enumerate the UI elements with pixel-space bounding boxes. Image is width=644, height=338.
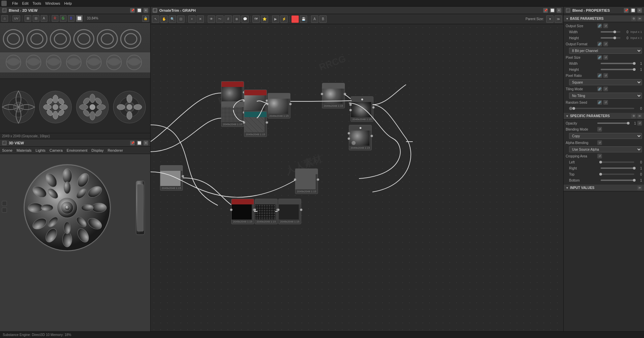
- node-11-input[interactable]: [230, 208, 233, 211]
- view-3d-menu-display[interactable]: Display: [91, 148, 104, 152]
- output-format-reset-btn[interactable]: ↺: [603, 42, 608, 46]
- view-2d-lock-btn[interactable]: 🔒: [142, 15, 149, 22]
- alpha-blending-reset-btn[interactable]: ↺: [597, 140, 602, 145]
- node-5-input[interactable]: [266, 103, 269, 105]
- toolbar-wire-btn[interactable]: 〜: [216, 15, 224, 23]
- node-5[interactable]: 2049x2048 1:15: [268, 93, 290, 118]
- node-12[interactable]: 2049x2048 1:15: [255, 199, 278, 224]
- view-3d-menu-renderer[interactable]: Renderer: [108, 148, 123, 152]
- pixel-ratio-reset-btn[interactable]: ↺: [603, 73, 608, 78]
- node-6[interactable]: 2049x2048 1:15: [322, 83, 345, 108]
- view-3d-menu-materials[interactable]: Materials: [16, 148, 32, 152]
- toolbar-frame-btn[interactable]: ⊡: [177, 15, 185, 23]
- pixel-width-slider[interactable]: [601, 63, 634, 64]
- toolbar-b-btn[interactable]: B: [319, 15, 327, 23]
- graph-canvas[interactable]: RRCG 人人素材 RRCG 2049x2048 1:15 2049x2048 …: [151, 24, 563, 338]
- pixel-ratio-link-btn[interactable]: 🔗: [597, 73, 602, 78]
- toolbar-play-btn[interactable]: ▶: [272, 15, 279, 23]
- view-3d-menu-lights[interactable]: Lights: [36, 148, 45, 152]
- tiling-mode-reset-btn[interactable]: ↺: [603, 87, 608, 91]
- toolbar-grid-btn[interactable]: #: [225, 15, 232, 23]
- menu-file[interactable]: File: [12, 1, 18, 5]
- view-3d-maximize-btn[interactable]: ⬜: [137, 141, 142, 145]
- view-3d-close-btn[interactable]: ✕: [144, 141, 148, 145]
- view-3d-content[interactable]: [0, 154, 150, 338]
- toolbar-extra-btn[interactable]: ≫: [555, 15, 562, 23]
- opacity-reset-btn[interactable]: ↺: [637, 121, 642, 126]
- toolbar-parent-size-btn[interactable]: ▾: [546, 15, 554, 23]
- node-9-input[interactable]: [294, 178, 296, 181]
- node-4-output[interactable]: [266, 121, 268, 124]
- specific-params-extra-btn[interactable]: ≫: [637, 114, 642, 118]
- pixel-size-reset-btn[interactable]: ↺: [603, 55, 608, 60]
- base-params-extra-btn[interactable]: ≫: [637, 16, 642, 21]
- view-3d-menu-scene[interactable]: Scene: [2, 148, 12, 152]
- output-height-slider[interactable]: [601, 37, 620, 39]
- node-9[interactable]: 2049x2048 1:15: [295, 168, 318, 194]
- node-3-input[interactable]: [243, 99, 245, 102]
- base-params-section-header[interactable]: ▼ BASE PARAMETERS ⚙ ≫: [564, 15, 644, 22]
- node-13[interactable]: 2049x2048 1:15: [278, 199, 301, 224]
- output-width-slider[interactable]: [601, 31, 620, 33]
- output-size-reset-btn[interactable]: ↺: [603, 23, 608, 28]
- properties-maximize-btn[interactable]: ⬜: [631, 8, 635, 13]
- cropping-left-slider[interactable]: [601, 161, 634, 163]
- graph-maximize-btn[interactable]: ⬜: [550, 8, 555, 13]
- input-values-extra-btn[interactable]: ≫: [637, 186, 642, 190]
- toolbar-select-btn[interactable]: ↖: [152, 15, 159, 23]
- view-2d-close-btn[interactable]: ✕: [144, 8, 148, 13]
- view-2d-alpha-btn[interactable]: A: [41, 15, 47, 22]
- graph-close-btn[interactable]: ✕: [557, 8, 561, 13]
- tiling-mode-link-btn[interactable]: 🔗: [597, 87, 602, 91]
- specific-params-section-header[interactable]: ▼ SPECIFIC PARAMETERS ⚙ ≫: [564, 113, 644, 119]
- view-2d-grid-btn[interactable]: ⊟: [33, 15, 39, 22]
- blending-mode-reset-btn[interactable]: ↺: [597, 127, 602, 132]
- node-7-input-2[interactable]: [348, 137, 350, 140]
- output-format-select[interactable]: 8 Bit per Channel 16 Bit per Channel: [569, 48, 642, 54]
- view-3d-menu-env[interactable]: Environment: [67, 148, 87, 152]
- menu-windows[interactable]: Windows: [45, 1, 60, 5]
- node-13-input[interactable]: [277, 208, 280, 211]
- base-params-options-btn[interactable]: ⚙: [631, 16, 636, 21]
- node-13-output[interactable]: [300, 208, 303, 211]
- random-seed-reset-btn[interactable]: ↺: [603, 100, 608, 105]
- node-7-output[interactable]: [370, 135, 373, 137]
- input-values-section-header[interactable]: ▼ INPUT VALUES ≫: [564, 185, 644, 191]
- toolbar-comments-btn[interactable]: 💬: [241, 15, 249, 23]
- specific-params-options-btn[interactable]: ⚙: [631, 114, 636, 118]
- view-2d-fit-btn[interactable]: ⊞: [25, 15, 31, 22]
- toolbar-compute-btn[interactable]: ⚡: [280, 15, 288, 23]
- node-2[interactable]: 2049x2048 1:15: [221, 101, 244, 127]
- toolbar-highlight-btn[interactable]: ⭐: [261, 15, 268, 23]
- node-10-input-2[interactable]: [349, 109, 352, 111]
- view-2d-b-btn[interactable]: B: [68, 15, 75, 22]
- toolbar-view-btn[interactable]: 👁: [208, 15, 215, 23]
- alpha-blending-select[interactable]: Use Source Alpha Straight Premultiplied: [569, 146, 642, 152]
- view-3d-menu-camera[interactable]: Camera: [49, 148, 63, 152]
- properties-pin-btn[interactable]: 📌: [624, 8, 629, 13]
- node-11[interactable]: 2049x2048 1:15: [231, 199, 254, 224]
- pixel-ratio-select[interactable]: Square: [569, 79, 642, 85]
- view-2d-uv-btn[interactable]: UV: [12, 15, 20, 21]
- pixel-size-link-btn[interactable]: 🔗: [597, 55, 602, 60]
- tiling-mode-select[interactable]: No Tiling: [569, 93, 642, 99]
- node-6-output[interactable]: [344, 93, 346, 95]
- node-8-output[interactable]: [182, 175, 184, 178]
- output-format-link-btn[interactable]: 🔗: [597, 42, 602, 46]
- view-2d-g-btn[interactable]: G: [60, 15, 67, 22]
- view-2d-pin-btn[interactable]: 📌: [130, 8, 135, 13]
- menu-help[interactable]: Help: [64, 1, 72, 5]
- opacity-slider[interactable]: [597, 123, 628, 124]
- view-2d-home-btn[interactable]: ⌂: [1, 15, 8, 22]
- toolbar-color-btn[interactable]: [291, 15, 299, 23]
- cropping-bottom-slider[interactable]: [601, 180, 634, 181]
- menu-edit[interactable]: Edit: [22, 1, 29, 5]
- node-7-input-1[interactable]: [348, 132, 350, 135]
- node-10-output[interactable]: [372, 106, 375, 109]
- node-9-output[interactable]: [317, 178, 319, 181]
- blending-mode-select[interactable]: Copy Normal Multiply: [569, 133, 642, 139]
- node-8[interactable]: 2049x2048 1:15: [160, 165, 183, 191]
- toolbar-delete-btn[interactable]: ✕: [197, 15, 204, 23]
- view-3d-pin-btn[interactable]: 📌: [130, 141, 135, 145]
- toolbar-save-btn[interactable]: 💾: [300, 15, 307, 23]
